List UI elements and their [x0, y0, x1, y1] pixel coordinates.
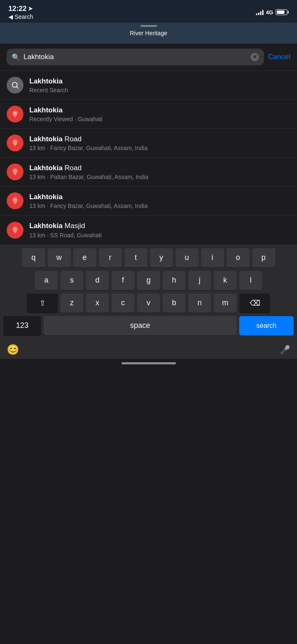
result-info: Lakhtokia Road 13 km · Fancy Bazar, Guwa… — [29, 135, 290, 151]
result-item[interactable]: Lakhtokia Recently Viewed · Guwahati — [0, 100, 297, 129]
key-123[interactable]: 123 — [3, 316, 41, 335]
status-time: 12:22 ➤ — [8, 5, 33, 13]
battery-icon — [276, 9, 289, 15]
pin-icon — [7, 135, 23, 151]
map-peek: River Heritage — [0, 23, 297, 44]
key-search[interactable]: search — [239, 316, 294, 335]
key-o[interactable]: o — [227, 248, 250, 267]
key-d[interactable]: d — [86, 271, 109, 290]
home-indicator — [0, 359, 297, 371]
key-l[interactable]: l — [239, 271, 262, 290]
result-item[interactable]: Lakhtokia Recent Search — [0, 71, 297, 100]
key-a[interactable]: a — [35, 271, 58, 290]
result-subtitle: 13 km · Paltan Bazar, Guwahati, Assam, I… — [29, 174, 290, 180]
signal-bars-icon — [256, 9, 263, 15]
result-info: Lakhtokia Recent Search — [29, 77, 290, 93]
results-list: Lakhtokia Recent Search Lakhtokia Recent… — [0, 71, 297, 245]
status-left: 12:22 ➤ ◀ Search — [8, 5, 33, 20]
svg-point-8 — [15, 171, 16, 172]
key-shift[interactable]: ⇧ — [27, 293, 58, 313]
key-y[interactable]: y — [150, 248, 173, 267]
map-label: River Heritage — [130, 30, 167, 36]
key-r[interactable]: r — [99, 248, 122, 267]
key-j[interactable]: j — [188, 271, 211, 290]
result-info: Lakhtokia 13 km · Fancy Bazar, Guwahati,… — [29, 192, 290, 209]
key-u[interactable]: u — [176, 248, 199, 267]
key-q[interactable]: q — [22, 248, 45, 267]
search-input[interactable]: Lakhtokia — [23, 53, 247, 61]
status-right: 4G — [256, 9, 289, 16]
nav-back-label[interactable]: ◀ Search — [8, 13, 33, 20]
key-s[interactable]: s — [60, 271, 83, 290]
result-item[interactable]: Lakhtokia Road 13 km · Paltan Bazar, Guw… — [0, 158, 297, 187]
svg-line-1 — [17, 87, 18, 88]
pin-icon — [7, 192, 23, 209]
keyboard-row-1: q w e r t y u i o p — [2, 248, 295, 267]
keyboard-extras: 😊 🎤 — [0, 340, 297, 359]
keyboard-row-2: a s d f g h j k l — [2, 271, 295, 290]
home-bar — [121, 362, 176, 364]
result-subtitle: 13 km · Fancy Bazar, Guwahati, Assam, In… — [29, 203, 290, 209]
pin-icon — [7, 222, 23, 239]
result-item[interactable]: Lakhtokia Road 13 km · Fancy Bazar, Guwa… — [0, 129, 297, 158]
result-subtitle: 13 km · Fancy Bazar, Guwahati, Assam, In… — [29, 145, 290, 151]
pin-icon — [7, 164, 23, 180]
keyboard: q w e r t y u i o p a s d f g h j k l ⇧ … — [0, 245, 297, 340]
result-title: Lakhtokia Masjid — [29, 221, 290, 231]
search-bar[interactable]: 🔍 Lakhtokia ✕ — [7, 49, 264, 65]
search-container: 🔍 Lakhtokia ✕ Cancel — [0, 44, 297, 71]
svg-point-12 — [15, 229, 16, 230]
drag-indicator — [140, 25, 157, 27]
key-delete[interactable]: ⌫ — [239, 293, 270, 313]
key-h[interactable]: h — [163, 271, 186, 290]
key-g[interactable]: g — [137, 271, 160, 290]
key-i[interactable]: i — [201, 248, 224, 267]
svg-point-10 — [15, 200, 16, 201]
keyboard-row-3: ⇧ z x c v b n m ⌫ — [2, 293, 295, 313]
result-info: Lakhtokia Masjid 13 km · SS Road, Guwaha… — [29, 221, 290, 238]
key-f[interactable]: f — [111, 271, 134, 290]
recent-search-icon — [7, 77, 23, 93]
network-label: 4G — [266, 9, 273, 16]
svg-point-4 — [15, 112, 16, 114]
result-item[interactable]: Lakhtokia Masjid 13 km · SS Road, Guwaha… — [0, 216, 297, 244]
result-title: Lakhtokia Road — [29, 164, 290, 173]
result-subtitle: 13 km · SS Road, Guwahati — [29, 232, 290, 239]
location-arrow-icon: ➤ — [28, 5, 33, 12]
status-bar: 12:22 ➤ ◀ Search 4G — [0, 0, 297, 23]
result-info: Lakhtokia Recently Viewed · Guwahati — [29, 106, 290, 122]
key-c[interactable]: c — [111, 293, 134, 313]
key-t[interactable]: t — [124, 248, 147, 267]
microphone-button[interactable]: 🎤 — [280, 345, 290, 355]
emoji-button[interactable]: 😊 — [7, 344, 19, 356]
result-subtitle: Recently Viewed · Guwahati — [29, 116, 290, 122]
result-title: Lakhtokia — [29, 106, 290, 115]
result-title: Lakhtokia Road — [29, 135, 290, 144]
key-w[interactable]: w — [48, 248, 71, 267]
key-x[interactable]: x — [86, 293, 109, 313]
key-n[interactable]: n — [188, 293, 211, 313]
key-k[interactable]: k — [214, 271, 237, 290]
cancel-button[interactable]: Cancel — [268, 53, 290, 61]
result-info: Lakhtokia Road 13 km · Paltan Bazar, Guw… — [29, 164, 290, 180]
key-p[interactable]: p — [252, 248, 275, 267]
svg-point-6 — [15, 141, 16, 143]
key-space[interactable]: space — [44, 316, 237, 335]
result-item[interactable]: Lakhtokia 13 km · Fancy Bazar, Guwahati,… — [0, 187, 297, 216]
pin-icon — [7, 106, 23, 122]
keyboard-bottom-row: 123 space search — [2, 316, 295, 335]
result-title: Lakhtokia — [29, 77, 290, 86]
result-subtitle: Recent Search — [29, 87, 290, 93]
key-e[interactable]: e — [73, 248, 96, 267]
search-clear-button[interactable]: ✕ — [251, 53, 259, 61]
key-v[interactable]: v — [137, 293, 160, 313]
key-z[interactable]: z — [60, 293, 83, 313]
search-icon: 🔍 — [12, 53, 20, 61]
result-title: Lakhtokia — [29, 192, 290, 202]
key-b[interactable]: b — [163, 293, 186, 313]
key-m[interactable]: m — [214, 293, 237, 313]
